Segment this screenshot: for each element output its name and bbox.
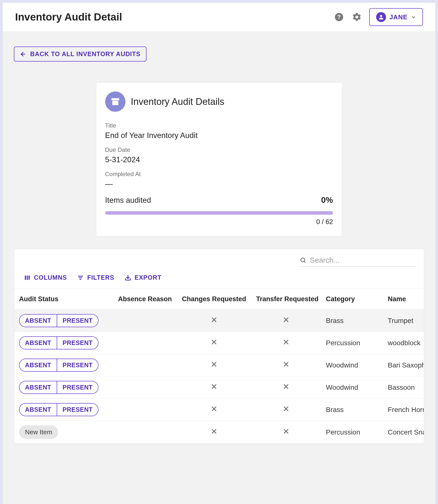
cell-changes-requested bbox=[177, 354, 251, 376]
col-changes-requested[interactable]: Changes Requested bbox=[177, 289, 251, 310]
present-button[interactable]: PRESENT bbox=[57, 381, 98, 393]
table-row[interactable]: ABSENTPRESENTBrassTrumpet bbox=[14, 310, 424, 332]
col-transfer-requested[interactable]: Transfer Requested bbox=[251, 289, 321, 310]
cell-category: Brass bbox=[321, 399, 383, 421]
cell-transfer-requested bbox=[251, 399, 321, 421]
close-icon bbox=[282, 429, 290, 436]
progress-count: 0 / 62 bbox=[105, 218, 333, 226]
svg-point-2 bbox=[380, 15, 382, 17]
user-menu[interactable]: JANE bbox=[369, 8, 423, 26]
cell-audit-status: ABSENTPRESENT bbox=[14, 376, 113, 399]
status-pill-group: ABSENTPRESENT bbox=[19, 314, 98, 327]
cell-audit-status: ABSENTPRESENT bbox=[14, 332, 113, 354]
absent-button[interactable]: ABSENT bbox=[20, 381, 57, 393]
present-button[interactable]: PRESENT bbox=[57, 315, 98, 327]
close-icon bbox=[282, 384, 290, 392]
cell-changes-requested bbox=[177, 332, 251, 354]
col-category[interactable]: Category bbox=[321, 289, 383, 310]
audit-items-table-card: COLUMNS FILTERS EXPORT Audit Status bbox=[14, 249, 424, 444]
cell-audit-status: ABSENTPRESENT bbox=[14, 399, 113, 421]
export-icon bbox=[125, 275, 131, 281]
cell-category: Percussion bbox=[321, 421, 383, 444]
detail-card-heading: Inventory Audit Details bbox=[131, 96, 224, 107]
filters-button[interactable]: FILTERS bbox=[77, 274, 114, 281]
cell-absence-reason bbox=[113, 421, 177, 444]
svg-text:?: ? bbox=[337, 14, 341, 20]
cell-name: woodblock bbox=[383, 332, 424, 354]
archive-icon bbox=[105, 92, 125, 112]
cell-audit-status: ABSENTPRESENT bbox=[14, 310, 113, 332]
absent-button[interactable]: ABSENT bbox=[20, 359, 57, 371]
cell-name: Trumpet bbox=[383, 310, 424, 332]
status-pill-group: ABSENTPRESENT bbox=[19, 403, 98, 416]
present-button[interactable]: PRESENT bbox=[57, 359, 98, 371]
close-icon bbox=[282, 362, 290, 369]
close-icon bbox=[282, 406, 290, 414]
table-header-row: Audit Status Absence Reason Changes Requ… bbox=[14, 289, 424, 310]
completed-at-field-value: — bbox=[105, 180, 333, 188]
col-absence-reason[interactable]: Absence Reason bbox=[113, 289, 177, 310]
close-icon bbox=[210, 317, 218, 325]
col-name[interactable]: Name bbox=[383, 289, 424, 310]
export-button[interactable]: EXPORT bbox=[125, 274, 162, 281]
close-icon bbox=[210, 429, 218, 436]
filter-icon bbox=[77, 275, 84, 281]
avatar-icon bbox=[376, 12, 386, 22]
gear-icon[interactable] bbox=[351, 12, 362, 23]
page-title: Inventory Audit Detail bbox=[15, 11, 122, 23]
cell-changes-requested bbox=[177, 421, 251, 444]
audit-detail-card: Inventory Audit Details Title End of Yea… bbox=[96, 82, 342, 236]
table-row[interactable]: ABSENTPRESENTPercussionwoodblock bbox=[14, 332, 424, 354]
cell-transfer-requested bbox=[251, 421, 321, 444]
present-button[interactable]: PRESENT bbox=[57, 404, 98, 416]
close-icon bbox=[210, 384, 218, 392]
table-row[interactable]: New ItemPercussionConcert Sna bbox=[14, 421, 424, 444]
cell-transfer-requested bbox=[251, 332, 321, 354]
cell-absence-reason bbox=[113, 332, 177, 354]
progress-label: Items audited bbox=[105, 196, 151, 205]
user-name-label: JANE bbox=[389, 13, 408, 21]
status-pill-group: ABSENTPRESENT bbox=[19, 359, 98, 372]
cell-category: Woodwind bbox=[321, 376, 383, 399]
svg-line-6 bbox=[304, 261, 306, 263]
cell-transfer-requested bbox=[251, 376, 321, 399]
present-button[interactable]: PRESENT bbox=[57, 337, 98, 349]
columns-button[interactable]: COLUMNS bbox=[24, 274, 67, 281]
close-icon bbox=[210, 340, 218, 347]
cell-transfer-requested bbox=[251, 354, 321, 376]
cell-audit-status: ABSENTPRESENT bbox=[14, 354, 113, 376]
help-icon[interactable]: ? bbox=[334, 12, 344, 23]
close-icon bbox=[282, 340, 290, 347]
cell-absence-reason bbox=[113, 310, 177, 332]
table-row[interactable]: ABSENTPRESENTWoodwindBari Saxoph bbox=[14, 354, 424, 376]
cell-absence-reason bbox=[113, 376, 177, 399]
arrow-left-icon bbox=[20, 51, 26, 57]
absent-button[interactable]: ABSENT bbox=[20, 337, 57, 349]
svg-point-5 bbox=[301, 258, 305, 262]
status-pill-group: ABSENTPRESENT bbox=[19, 381, 98, 394]
progress-percent: 0% bbox=[321, 195, 333, 205]
title-field-label: Title bbox=[105, 122, 333, 129]
table-row[interactable]: ABSENTPRESENTWoodwindBassoon bbox=[14, 376, 424, 399]
progress-bar bbox=[105, 211, 333, 215]
cell-audit-status: New Item bbox=[14, 421, 113, 444]
completed-at-field-label: Completed At bbox=[105, 171, 333, 178]
col-audit-status[interactable]: Audit Status bbox=[14, 289, 113, 310]
svg-rect-9 bbox=[28, 275, 29, 280]
status-pill-group: ABSENTPRESENT bbox=[19, 336, 98, 349]
cell-name: Bari Saxoph bbox=[383, 354, 424, 376]
cell-category: Percussion bbox=[321, 332, 383, 354]
back-button[interactable]: BACK TO ALL INVENTORY AUDITS bbox=[14, 46, 146, 62]
cell-category: Brass bbox=[321, 310, 383, 332]
search-field[interactable] bbox=[300, 256, 416, 267]
cell-transfer-requested bbox=[251, 310, 321, 332]
columns-icon bbox=[24, 275, 30, 281]
svg-rect-7 bbox=[25, 275, 26, 280]
audit-items-table: Audit Status Absence Reason Changes Requ… bbox=[14, 289, 424, 444]
search-input[interactable] bbox=[310, 256, 416, 264]
absent-button[interactable]: ABSENT bbox=[20, 404, 57, 416]
cell-absence-reason bbox=[113, 354, 177, 376]
title-field-value: End of Year Inventory Audit bbox=[105, 131, 333, 140]
absent-button[interactable]: ABSENT bbox=[20, 315, 57, 327]
table-row[interactable]: ABSENTPRESENTBrassFrench Horn bbox=[14, 399, 424, 421]
